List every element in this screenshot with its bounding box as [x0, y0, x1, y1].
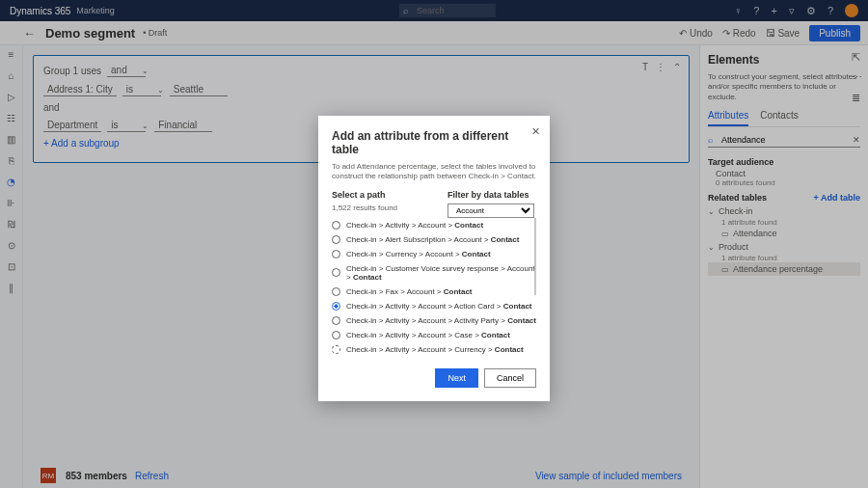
path-option[interactable]: Check-in > Activity > Account > Activity… [332, 313, 536, 328]
path-option[interactable]: Check-in > Alert Subscription > Account … [332, 232, 536, 247]
select-path-heading: Select a path [332, 190, 438, 200]
add-attribute-modal: ✕ Add an attribute from a different tabl… [318, 116, 550, 401]
next-button[interactable]: Next [435, 368, 478, 388]
path-option[interactable]: Check-in > Activity > Account > Case > C… [332, 328, 536, 342]
path-label: Check-in > Activity > Account > Contact [346, 221, 483, 230]
path-option[interactable]: Check-in > Currency > Account > Contact [332, 247, 536, 261]
path-option[interactable]: Check-in > Activity > Account > Contact [332, 218, 536, 232]
path-option[interactable]: Check-in > Customer Voice survey respons… [332, 261, 536, 285]
path-label: Check-in > Activity > Account > Activity… [346, 316, 536, 325]
path-label: Check-in > Currency > Account > Contact [346, 250, 491, 258]
close-icon[interactable]: ✕ [531, 125, 540, 138]
radio-icon [332, 345, 340, 354]
path-label: Check-in > Alert Subscription > Account … [346, 235, 519, 244]
modal-desc: To add Attendance percentage, select the… [332, 162, 536, 182]
radio-icon [332, 316, 340, 325]
filter-table-select[interactable]: Account [448, 203, 534, 218]
path-label: Check-in > Activity > Account > Case > C… [346, 331, 510, 339]
filter-heading: Filter by data tables [448, 190, 529, 200]
modal-title: Add an attribute from a different table [332, 129, 536, 156]
radio-icon [332, 250, 340, 258]
path-list: Check-in > Activity > Account > ContactC… [332, 218, 536, 357]
path-label: Check-in > Fax > Account > Contact [346, 287, 473, 296]
path-option[interactable]: Check-in > Activity > Account > Action C… [332, 299, 536, 313]
radio-icon [332, 221, 340, 230]
radio-icon [332, 235, 340, 244]
path-label: Check-in > Activity > Account > Currency… [346, 345, 524, 354]
radio-icon [332, 302, 340, 311]
path-label: Check-in > Customer Voice survey respons… [346, 264, 536, 282]
radio-icon [332, 268, 340, 277]
results-found: 1,522 results found [332, 203, 438, 212]
modal-overlay: ✕ Add an attribute from a different tabl… [0, 0, 868, 488]
path-option[interactable]: Check-in > Fax > Account > Contact [332, 285, 536, 299]
radio-icon [332, 287, 340, 296]
path-label: Check-in > Activity > Account > Action C… [346, 302, 532, 311]
cancel-button[interactable]: Cancel [484, 368, 536, 388]
radio-icon [332, 331, 340, 339]
path-option[interactable]: Check-in > Activity > Account > Currency… [332, 342, 536, 357]
